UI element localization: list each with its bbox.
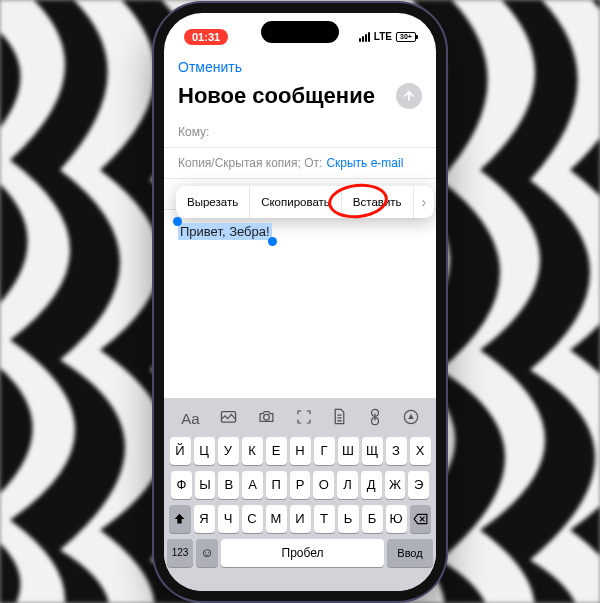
key-Д[interactable]: Д [361, 471, 382, 499]
key-Ь[interactable]: Ь [338, 505, 359, 533]
key-В[interactable]: В [218, 471, 239, 499]
key-Н[interactable]: Н [290, 437, 311, 465]
nav-bar: Отменить [164, 53, 436, 79]
backspace-key[interactable] [410, 505, 432, 533]
svg-point-2 [264, 414, 270, 420]
status-right: LTE 30+ [359, 31, 416, 42]
return-key[interactable]: Ввод [387, 539, 433, 567]
key-Й[interactable]: Й [170, 437, 191, 465]
numbers-key[interactable]: 123 [167, 539, 193, 567]
key-Ч[interactable]: Ч [218, 505, 239, 533]
to-label: Кому: [178, 125, 209, 139]
key-Х[interactable]: Х [410, 437, 431, 465]
space-key[interactable]: Пробел [221, 539, 384, 567]
cancel-button[interactable]: Отменить [178, 59, 242, 75]
keyboard-row-4: 123 ☺ Пробел Ввод [167, 539, 433, 567]
cc-label: Копия/Скрытая копия; От: [178, 156, 322, 170]
chevron-right-icon: › [422, 194, 427, 210]
key-У[interactable]: У [218, 437, 239, 465]
menu-paste[interactable]: Вставить [342, 186, 414, 218]
keyboard: Aa [164, 398, 436, 591]
phone-screen: 01:31 LTE 30+ Отменить Новое сообщение К… [164, 13, 436, 591]
key-Ш[interactable]: Ш [338, 437, 359, 465]
battery-icon: 30+ [396, 32, 416, 42]
key-Б[interactable]: Б [362, 505, 383, 533]
key-Е[interactable]: Е [266, 437, 287, 465]
key-Ц[interactable]: Ц [194, 437, 215, 465]
kb-markup-icon[interactable] [403, 409, 419, 428]
keyboard-row-1: ЙЦУКЕНГШЩЗХ [167, 437, 433, 465]
emoji-key[interactable]: ☺ [196, 539, 218, 567]
shift-key[interactable] [169, 505, 191, 533]
signal-icon [359, 32, 370, 42]
key-С[interactable]: С [242, 505, 263, 533]
text-context-menu: Вырезать Скопировать Вставить › [176, 186, 434, 218]
key-И[interactable]: И [290, 505, 311, 533]
to-field[interactable]: Кому: [164, 117, 436, 148]
key-Ю[interactable]: Ю [386, 505, 407, 533]
compose-content: Отменить Новое сообщение Кому: Копия/Скр… [164, 53, 436, 591]
key-Ф[interactable]: Ф [171, 471, 192, 499]
kb-link-icon[interactable] [368, 408, 382, 429]
key-Л[interactable]: Л [337, 471, 358, 499]
key-Т[interactable]: Т [314, 505, 335, 533]
menu-copy[interactable]: Скопировать [250, 186, 342, 218]
key-А[interactable]: А [242, 471, 263, 499]
selected-text[interactable]: Привет, Зебра! [178, 223, 272, 240]
kb-doc-icon[interactable] [332, 408, 347, 428]
key-Ы[interactable]: Ы [195, 471, 216, 499]
key-Ж[interactable]: Ж [385, 471, 406, 499]
menu-more[interactable]: › [414, 186, 435, 218]
send-button[interactable] [396, 83, 422, 109]
key-Я[interactable]: Я [194, 505, 215, 533]
hide-email-button[interactable]: Скрыть e-mail [326, 156, 403, 170]
cc-field[interactable]: Копия/Скрытая копия; От: Скрыть e-mail [164, 148, 436, 179]
network-label: LTE [374, 31, 392, 42]
status-time: 01:31 [184, 29, 228, 45]
key-К[interactable]: К [242, 437, 263, 465]
selection-handle-end[interactable] [268, 237, 277, 246]
phone-frame: 01:31 LTE 30+ Отменить Новое сообщение К… [154, 3, 446, 601]
keyboard-row-3: ЯЧСМИТЬБЮ [167, 505, 433, 533]
key-З[interactable]: З [386, 437, 407, 465]
kb-camera-icon[interactable] [258, 409, 275, 427]
key-М[interactable]: М [266, 505, 287, 533]
compose-header: Новое сообщение [164, 79, 436, 117]
selection-handle-start[interactable] [173, 217, 182, 226]
key-Э[interactable]: Э [408, 471, 429, 499]
kb-format-icon[interactable]: Aa [181, 410, 199, 427]
kb-photo-icon[interactable] [220, 409, 237, 427]
key-О[interactable]: О [313, 471, 334, 499]
key-Р[interactable]: Р [290, 471, 311, 499]
page-title: Новое сообщение [178, 83, 375, 109]
keyboard-row-2: ФЫВАПРОЛДЖЭ [167, 471, 433, 499]
keyboard-toolbar: Aa [167, 402, 433, 437]
key-П[interactable]: П [266, 471, 287, 499]
menu-cut[interactable]: Вырезать [176, 186, 250, 218]
kb-scan-icon[interactable] [296, 409, 312, 428]
key-Г[interactable]: Г [314, 437, 335, 465]
dynamic-island [261, 21, 339, 43]
key-Щ[interactable]: Щ [362, 437, 383, 465]
